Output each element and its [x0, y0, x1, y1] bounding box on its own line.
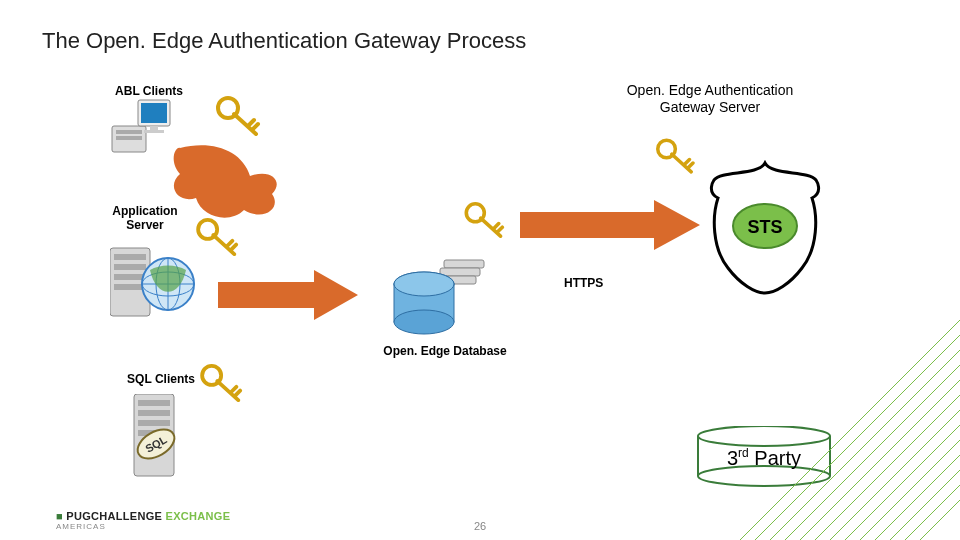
footer-brand: ■ PUGCHALLENGE EXCHANGE AMERICAS [56, 510, 230, 531]
key-icon [196, 218, 244, 256]
svg-rect-2 [116, 136, 142, 140]
svg-line-44 [845, 425, 960, 540]
label-third-party: 3rd Party [694, 446, 834, 470]
svg-point-24 [394, 310, 454, 334]
svg-line-47 [890, 470, 960, 540]
footer-brand-color: EXCHANGE [166, 510, 231, 522]
sts-badge-text: STS [747, 217, 782, 237]
svg-rect-14 [114, 274, 146, 280]
label-database: Open. Edge Database [370, 344, 520, 358]
svg-rect-1 [116, 130, 142, 134]
label-application-server: Application Server [100, 204, 190, 233]
database-icon [390, 254, 486, 338]
svg-rect-6 [144, 130, 164, 133]
application-server-icon [110, 244, 200, 324]
svg-line-42 [815, 395, 960, 540]
label-abl-clients: ABL Clients [104, 84, 194, 98]
label-https: HTTPS [564, 276, 603, 290]
label-gateway-server-line2: Gateway Server [600, 99, 820, 116]
footer-brand-main: PUGCHALLENGE [66, 510, 162, 522]
key-icon [656, 138, 700, 174]
svg-line-46 [875, 455, 960, 540]
svg-point-35 [698, 426, 830, 446]
third-party-post: Party [749, 447, 801, 469]
third-party-sup: rd [738, 446, 749, 460]
svg-rect-4 [141, 103, 167, 123]
svg-rect-20 [440, 268, 480, 276]
arrow-icon [172, 140, 292, 220]
footer-region: AMERICAS [56, 522, 230, 531]
label-sql-clients: SQL Clients [116, 372, 206, 386]
slide: { "title": "The Open. Edge Authenticatio… [0, 0, 960, 540]
shield-icon: STS [700, 158, 830, 302]
label-application-server-line2: Server [100, 218, 190, 232]
page-title: The Open. Edge Authentication Gateway Pr… [42, 28, 526, 54]
key-icon [464, 202, 510, 238]
svg-point-25 [394, 272, 454, 296]
arrow-icon [520, 200, 700, 250]
svg-rect-5 [150, 126, 158, 130]
svg-rect-30 [138, 410, 170, 416]
svg-line-48 [905, 485, 960, 540]
label-gateway-server: Open. Edge Authentication Gateway Server [600, 82, 820, 116]
svg-rect-31 [138, 420, 170, 426]
label-application-server-line1: Application [100, 204, 190, 218]
svg-line-49 [920, 500, 960, 540]
svg-rect-12 [114, 254, 146, 260]
label-gateway-server-line1: Open. Edge Authentication [600, 82, 820, 99]
arrow-icon [218, 270, 358, 320]
third-party-pre: 3 [727, 447, 738, 469]
page-number: 26 [474, 520, 486, 532]
key-icon [216, 96, 266, 136]
svg-line-45 [860, 440, 960, 540]
key-icon [200, 364, 248, 402]
svg-rect-13 [114, 264, 146, 270]
abl-client-icon [110, 98, 172, 156]
sql-server-icon: SQL [126, 394, 196, 486]
svg-line-43 [830, 410, 960, 540]
svg-rect-19 [444, 260, 484, 268]
svg-rect-29 [138, 400, 170, 406]
